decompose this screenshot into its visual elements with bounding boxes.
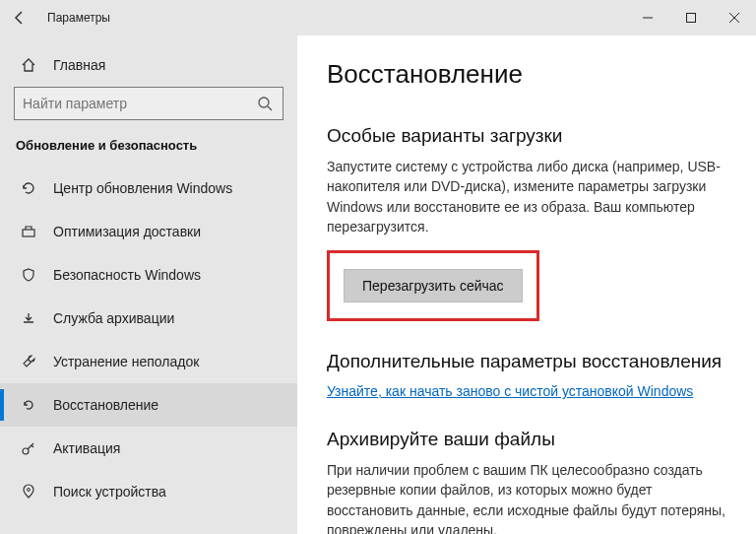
- sidebar-item-label: Активация: [53, 440, 120, 456]
- sidebar-item-label: Восстановление: [53, 397, 158, 413]
- key-icon: [20, 439, 37, 457]
- sidebar-item-label: Безопасность Windows: [53, 267, 201, 283]
- window-controls: [626, 0, 756, 35]
- sidebar: Главная Обновление и безопасность Центр …: [0, 35, 297, 534]
- sidebar-item-label: Поиск устройства: [53, 484, 166, 500]
- home-label: Главная: [53, 57, 105, 73]
- delivery-icon: [20, 223, 37, 240]
- home-icon: [20, 57, 37, 73]
- recovery-icon: [20, 396, 37, 414]
- sync-icon: [20, 179, 37, 197]
- wrench-icon: [20, 353, 37, 370]
- window-title: Параметры: [47, 11, 110, 25]
- svg-rect-1: [687, 14, 696, 23]
- nav-list: Центр обновления Windows Оптимизация дос…: [0, 167, 297, 513]
- maximize-button[interactable]: [669, 0, 713, 35]
- sidebar-item-backup[interactable]: Служба архивации: [0, 297, 297, 340]
- sidebar-item-label: Служба архивации: [53, 310, 174, 326]
- section-heading-advanced-startup: Особые варианты загрузки: [327, 125, 726, 147]
- search-icon: [255, 96, 275, 111]
- content: Восстановление Особые варианты загрузки …: [297, 35, 756, 534]
- section-title: Обновление и безопасность: [0, 138, 297, 167]
- sidebar-item-windows-update[interactable]: Центр обновления Windows: [0, 167, 297, 210]
- sidebar-item-troubleshoot[interactable]: Устранение неполадок: [0, 340, 297, 383]
- minimize-button[interactable]: [626, 0, 669, 35]
- sidebar-item-label: Устранение неполадок: [53, 354, 199, 369]
- backup-files-desc: При наличии проблем с вашим ПК целесообр…: [327, 460, 726, 534]
- svg-point-2: [259, 98, 269, 107]
- restart-highlight: Перезагрузить сейчас: [327, 250, 539, 321]
- shield-icon: [20, 266, 37, 284]
- section-heading-more-recovery: Дополнительные параметры восстановления: [327, 351, 726, 372]
- back-button[interactable]: [0, 0, 39, 35]
- sidebar-item-recovery[interactable]: Восстановление: [0, 383, 297, 427]
- search-field[interactable]: [23, 96, 255, 111]
- home-link[interactable]: Главная: [0, 49, 297, 87]
- location-icon: [20, 483, 37, 501]
- close-button[interactable]: [713, 0, 756, 35]
- backup-icon: [20, 309, 37, 327]
- sidebar-item-activation[interactable]: Активация: [0, 427, 297, 470]
- fresh-start-link[interactable]: Узнайте, как начать заново с чистой уста…: [327, 383, 693, 399]
- titlebar: Параметры: [0, 0, 756, 35]
- page-title: Восстановление: [327, 59, 726, 90]
- sidebar-item-label: Оптимизация доставки: [53, 224, 201, 239]
- restart-now-button[interactable]: Перезагрузить сейчас: [344, 269, 523, 302]
- sidebar-item-windows-security[interactable]: Безопасность Windows: [0, 253, 297, 297]
- svg-point-6: [28, 489, 31, 492]
- svg-rect-4: [23, 230, 34, 236]
- section-heading-backup-files: Архивируйте ваши файлы: [327, 429, 726, 450]
- sidebar-item-delivery-optimization[interactable]: Оптимизация доставки: [0, 210, 297, 253]
- svg-line-3: [268, 106, 272, 110]
- sidebar-item-label: Центр обновления Windows: [53, 180, 232, 196]
- search-input[interactable]: [14, 87, 284, 120]
- advanced-startup-desc: Запустите систему с устройства либо диск…: [327, 157, 726, 236]
- sidebar-item-find-device[interactable]: Поиск устройства: [0, 470, 297, 513]
